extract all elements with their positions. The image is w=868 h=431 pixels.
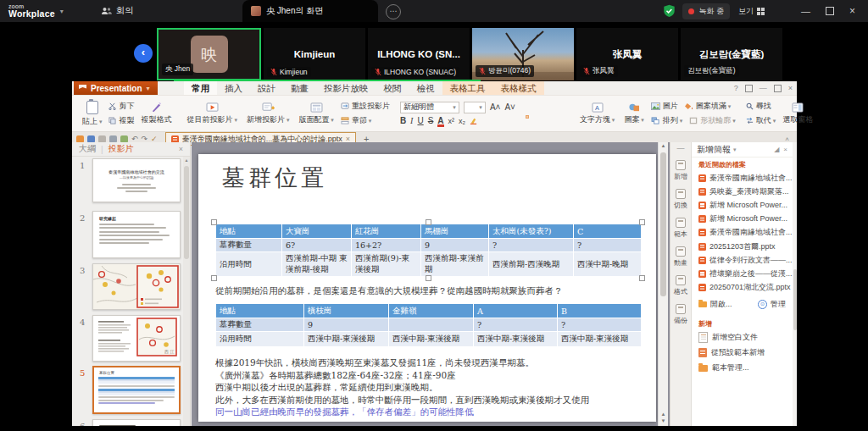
tab-design[interactable]: 設計 xyxy=(250,81,283,95)
table-cell[interactable]: 6? xyxy=(282,239,352,252)
previous-next-slide-buttons[interactable]: ▲▼ xyxy=(659,411,668,424)
close-pane-icon[interactable]: × xyxy=(783,146,787,153)
slide-thumbnail-6[interactable] xyxy=(92,419,181,426)
table-cell[interactable] xyxy=(389,318,474,332)
highlight-color-icon[interactable] xyxy=(470,117,477,124)
align-left-button[interactable] xyxy=(526,115,529,119)
recording-indicator[interactable]: 녹화 중 xyxy=(682,3,730,19)
slide-thumbnail-4[interactable]: 西 江 xyxy=(92,315,181,362)
table-header-cell[interactable]: 大寶崗 xyxy=(282,224,352,239)
slide-thumbnail-2[interactable]: 研究緣起 xyxy=(92,211,181,258)
text-direction-button[interactable] xyxy=(564,109,567,113)
close-button[interactable]: × xyxy=(842,5,863,17)
tab-outline[interactable]: 大綱 xyxy=(79,143,96,155)
pin-pane-icon[interactable]: ◢ xyxy=(774,146,779,153)
table-cell[interactable]: 9 xyxy=(421,239,489,252)
new-slide-button[interactable]: 新增投影片 ▾ xyxy=(244,102,292,125)
video-tile[interactable]: 김보람(金寶藍) 김보람(金寶藍) xyxy=(681,28,782,80)
security-shield-icon[interactable] xyxy=(663,4,676,18)
zoom-workplace-logo[interactable]: zoom Workplace ▾ xyxy=(8,3,64,19)
decrease-indent-button[interactable] xyxy=(541,109,544,113)
table-cell[interactable]: 西漢前期(9)-東漢後期 xyxy=(352,252,421,277)
pane-scrollbar-thumb[interactable] xyxy=(793,269,797,330)
recent-file-item[interactable]: 禮壞樂崩之後——從漢... xyxy=(692,267,793,280)
recent-file-item[interactable]: 新增 Microsoft Power... xyxy=(692,213,793,226)
pane-tab-animation[interactable]: 動畫 xyxy=(670,246,691,268)
pane-tab-backup[interactable]: 備份 xyxy=(670,304,691,325)
app-minimize-button[interactable]: — xyxy=(760,84,767,92)
tab-meeting[interactable]: 회의 xyxy=(101,5,134,17)
template-manage-button[interactable]: 範本管理... xyxy=(692,361,793,376)
slide-layout-button[interactable]: 版面配置 ▾ xyxy=(296,102,336,125)
tab-home[interactable]: 常用 xyxy=(184,81,217,95)
paste-button[interactable]: 貼上 ▾ xyxy=(80,101,104,127)
table-header-cell[interactable]: 馬棚崗 xyxy=(421,224,489,239)
selection-handle[interactable] xyxy=(426,275,431,281)
app-close-button[interactable]: × xyxy=(788,84,793,92)
increase-indent-button[interactable] xyxy=(548,109,552,113)
cut-button[interactable]: 剪下 xyxy=(108,101,134,112)
table-cell[interactable]: 沿用時間 xyxy=(216,332,304,347)
bullet-list-button[interactable] xyxy=(526,109,529,113)
pane-tab-new[interactable]: 新增 xyxy=(670,160,691,181)
copy-button[interactable]: 複製 xyxy=(108,115,134,126)
increase-font-button[interactable]: A˄ xyxy=(490,102,501,113)
pane-tab-transition[interactable]: 切換 xyxy=(670,189,691,210)
video-tile[interactable]: Kimjieun Kimjieun xyxy=(264,28,365,80)
shape-outline-button[interactable]: 形狀輪廓 ▾ xyxy=(689,115,735,126)
selection-handle[interactable] xyxy=(426,219,431,225)
editor-scrollbar[interactable]: ▲ ▲▼ xyxy=(658,142,668,426)
table-cell[interactable]: 西漢中期-東漢後期 xyxy=(389,332,474,347)
play-from-current-slide-button[interactable]: 從目前投影片 ▾ xyxy=(184,102,239,125)
slide-question-text[interactable]: 從前期開始沿用的墓群，是個案還是有意識的大規模埋葬？從南越國時期就聚族而葬者？ xyxy=(215,285,563,297)
tab-shared-screen[interactable]: 央 Jhen의 화면 xyxy=(242,0,378,22)
format-painter-button[interactable]: 複製格式 xyxy=(138,102,174,125)
recent-file-item[interactable]: 20250701湖北交流.pptx xyxy=(692,281,793,295)
tab-table-tools[interactable]: 表格工具 xyxy=(442,81,493,95)
scroll-up-icon[interactable]: ▲ xyxy=(659,143,668,148)
table-cell[interactable]: 西漢中期-東漢後期 xyxy=(304,332,389,347)
numbered-list-button[interactable] xyxy=(533,109,537,113)
align-center-button[interactable] xyxy=(533,115,537,119)
slide-notes-text[interactable]: 根據2019年快訊，橫枝崗西漢晚期至東漢墓又發掘11座，尚未發現西漢早期墓。 《… xyxy=(215,356,649,418)
subscript-button[interactable]: x₂ xyxy=(459,117,465,125)
superscript-button[interactable]: x² xyxy=(448,117,455,125)
app-menu-button[interactable]: Presentation ▾ xyxy=(74,81,158,95)
selection-handle[interactable] xyxy=(639,275,645,281)
table-header-cell[interactable]: 地點 xyxy=(216,224,282,239)
tab-slideshow[interactable]: 投影片放映 xyxy=(316,81,376,95)
font-size-select[interactable]: ▾ xyxy=(464,102,486,113)
recent-file-item[interactable]: 秦漢帝國南緣地域社會... xyxy=(692,171,793,185)
table-cell[interactable]: 西漢中期-晚期 xyxy=(574,252,642,277)
recent-file-item[interactable]: 20251203首爾.pptx xyxy=(692,240,793,253)
collapse-gallery-button[interactable]: ‹ xyxy=(134,44,153,63)
shape-fill-button[interactable]: 圖案填滿 ▾ xyxy=(685,101,731,112)
view-button[interactable]: 보기 xyxy=(738,6,765,17)
video-tile[interactable]: 张凤翼 张凤翼 xyxy=(576,28,678,80)
tomb-sites-table-1[interactable]: 地點 大寶崗 紅花崗 馬棚崗 太和崗(未發表?) C 墓葬數量 6? 16+2?… xyxy=(215,224,642,277)
table-cell[interactable]: 西漢前期-西漢晚期 xyxy=(489,252,574,277)
textbox-button[interactable]: A 文字方塊 ▾ xyxy=(577,102,617,125)
justify-button[interactable] xyxy=(548,115,552,119)
line-spacing-button[interactable] xyxy=(556,109,559,113)
slide-thumbnail-3[interactable] xyxy=(92,263,181,310)
help-button[interactable]: ? xyxy=(734,84,738,92)
table-cell[interactable]: 沿用時間 xyxy=(216,252,282,277)
recent-file-item[interactable]: 從律令到行政文書——... xyxy=(692,253,793,267)
reset-slide-button[interactable]: 重設投影片 xyxy=(341,101,390,112)
scrollbar-thumb[interactable] xyxy=(660,152,666,296)
table-header-cell[interactable]: A xyxy=(474,304,558,318)
tab-review[interactable]: 校閱 xyxy=(376,81,409,95)
decrease-font-button[interactable]: A˅ xyxy=(504,102,515,113)
pane-tab-format[interactable]: 格式 xyxy=(670,275,691,296)
distribute-button[interactable] xyxy=(556,115,559,119)
minimize-button[interactable]: — xyxy=(793,6,818,16)
table-header-cell[interactable]: 太和崗(未發表?) xyxy=(489,224,574,239)
table-cell[interactable]: 西漢前期-中期 東漢前期-後期 xyxy=(282,252,352,277)
table-cell[interactable]: 16+2? xyxy=(352,239,421,252)
chevron-down-icon[interactable]: ▾ xyxy=(733,146,737,153)
new-blank-document-button[interactable]: 新增空白文件 xyxy=(692,330,793,345)
selection-handle[interactable] xyxy=(211,275,217,281)
slide-thumbnail-5-current[interactable]: 墓群位置 xyxy=(92,366,181,414)
selection-handle[interactable] xyxy=(639,219,645,225)
